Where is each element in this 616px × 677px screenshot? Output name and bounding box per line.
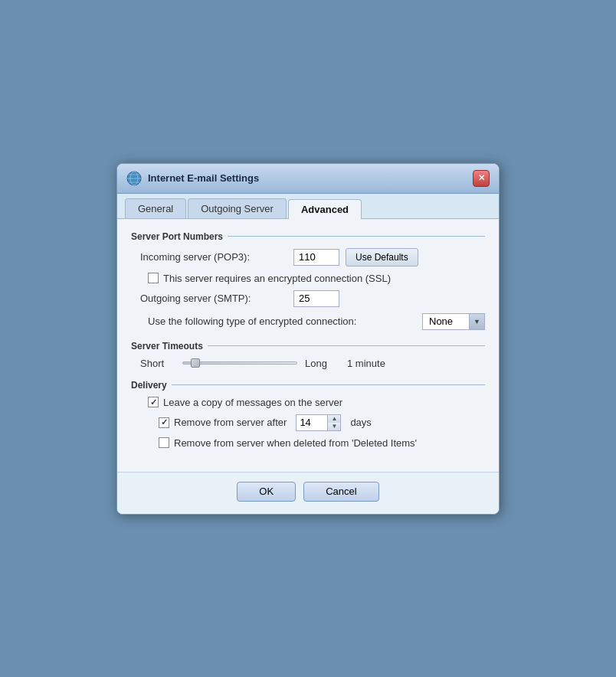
- timeout-slider-row: Short Long 1 minute: [131, 358, 485, 369]
- tab-content-advanced: Server Port Numbers Incoming server (POP…: [117, 219, 499, 472]
- days-spinbox[interactable]: ▲ ▼: [296, 414, 341, 431]
- short-label: Short: [140, 358, 175, 369]
- section-server-ports: Server Port Numbers Incoming server (POP…: [131, 231, 485, 330]
- section-delivery: Delivery Leave a copy of messages on the…: [131, 380, 485, 449]
- spinbox-up-button[interactable]: ▲: [328, 415, 340, 423]
- timeout-slider-track[interactable]: [182, 361, 297, 365]
- ssl-checkbox[interactable]: [148, 273, 159, 283]
- timeout-slider-thumb[interactable]: [191, 358, 200, 368]
- timeout-value: 1 minute: [347, 358, 385, 369]
- leave-copy-row: Leave a copy of messages on the server: [131, 397, 485, 408]
- days-input[interactable]: [297, 415, 327, 430]
- dialog-window: Internet E-mail Settings ✕ General Outgo…: [116, 163, 500, 515]
- section-server-ports-title: Server Port Numbers: [131, 231, 485, 242]
- remove-after-checkbox[interactable]: [159, 417, 169, 428]
- tab-advanced[interactable]: Advanced: [288, 199, 362, 219]
- ssl-label: This server requires an encrypted connec…: [163, 273, 391, 284]
- encrypt-dropdown[interactable]: None ▼: [422, 313, 485, 330]
- use-defaults-button[interactable]: Use Defaults: [346, 248, 418, 267]
- spinbox-down-button[interactable]: ▼: [328, 423, 340, 430]
- incoming-server-input[interactable]: [293, 249, 339, 266]
- chevron-down-icon[interactable]: ▼: [469, 314, 484, 329]
- remove-deleted-label: Remove from server when deleted from 'De…: [174, 437, 417, 449]
- section-server-timeouts: Server Timeouts Short Long 1 minute: [131, 341, 485, 369]
- long-label: Long: [305, 358, 339, 369]
- outgoing-server-row: Outgoing server (SMTP):: [131, 290, 485, 307]
- ssl-checkbox-row: This server requires an encrypted connec…: [131, 273, 485, 284]
- section-delivery-title: Delivery: [131, 380, 485, 391]
- app-icon: [126, 171, 142, 186]
- title-text: Internet E-mail Settings: [148, 172, 259, 184]
- encrypt-row: Use the following type of encrypted conn…: [131, 313, 485, 330]
- bottom-buttons: OK Cancel: [117, 472, 499, 514]
- encrypt-dropdown-value: None: [423, 316, 469, 327]
- title-bar-left: Internet E-mail Settings: [126, 171, 259, 186]
- tab-bar: General Outgoing Server Advanced: [117, 194, 499, 219]
- encrypt-label: Use the following type of encrypted conn…: [148, 316, 416, 327]
- outgoing-server-label: Outgoing server (SMTP):: [140, 293, 293, 304]
- remove-after-row: Remove from server after ▲ ▼ days: [131, 414, 485, 431]
- tab-general[interactable]: General: [125, 198, 186, 218]
- remove-after-label: Remove from server after: [174, 417, 287, 428]
- section-server-timeouts-title: Server Timeouts: [131, 341, 485, 352]
- ok-button[interactable]: OK: [237, 482, 296, 502]
- outgoing-server-input[interactable]: [293, 290, 339, 307]
- spinbox-arrows: ▲ ▼: [327, 415, 340, 430]
- remove-deleted-row: Remove from server when deleted from 'De…: [131, 437, 485, 449]
- title-bar: Internet E-mail Settings ✕: [117, 164, 499, 194]
- incoming-server-label: Incoming server (POP3):: [140, 251, 293, 263]
- days-unit-label: days: [350, 417, 371, 428]
- close-button[interactable]: ✕: [473, 170, 490, 187]
- remove-deleted-checkbox[interactable]: [159, 437, 169, 448]
- leave-copy-checkbox[interactable]: [148, 397, 159, 407]
- leave-copy-label: Leave a copy of messages on the server: [163, 397, 342, 408]
- tab-outgoing-server[interactable]: Outgoing Server: [188, 198, 287, 218]
- cancel-button[interactable]: Cancel: [303, 482, 378, 502]
- incoming-server-row: Incoming server (POP3): Use Defaults: [131, 248, 485, 267]
